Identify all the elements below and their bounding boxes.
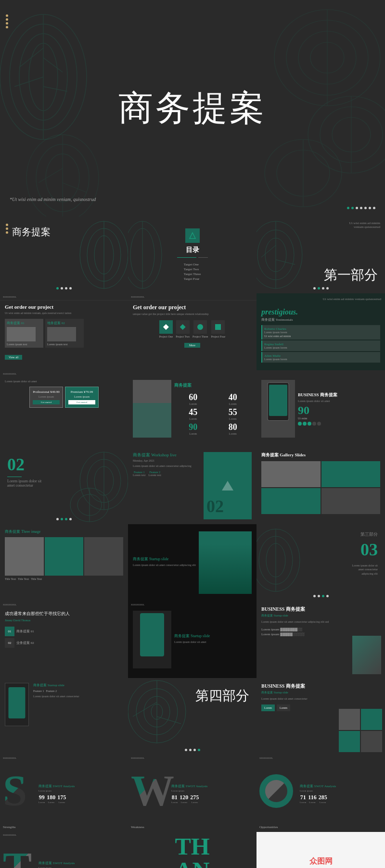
plan2-btn[interactable]: Get started [68, 400, 95, 404]
watermark-site: 众图网 [309, 856, 333, 867]
slide-21: BUSINESS 商务提案 商务提案 Startup slide Lorem i… [257, 678, 385, 755]
slide-19-content: 商务提案 Startup slide Feature 1 Feature 2 L… [0, 678, 128, 755]
slide-23-label: Weakness [131, 825, 144, 829]
slide-12-content: 商务提案 Gallery Slides [257, 447, 385, 524]
slide-26-content: TH AN KS [128, 832, 257, 868]
testimonial-2: Regina Stefell Lorem ipsum lorem [261, 340, 380, 351]
row-1: 商务提案 目录 [0, 216, 385, 293]
slide-3-dots [313, 287, 329, 289]
slide-14-content: 商务提案 Startup slide Lorem ipsum dolor sit… [128, 524, 257, 601]
hero-subtitle: *Ut wisi enim ad minim veniam, quisnostr… [10, 197, 96, 202]
slide-12: 商务提案 Gallery Slides [257, 447, 385, 524]
gold-dots-1 [6, 224, 8, 234]
slide-22-content: S 商务提案 SWOT Analysis Lorem ipsum 99 Lore… [0, 755, 128, 832]
slide-20-title: 第四部分 [195, 688, 249, 704]
slide-15: 第三部分 03 Lorem ipsum dolor sitamet consec… [257, 524, 385, 601]
target-3: Target Three [184, 272, 201, 276]
slide-17-content: 商务提案 Startup slide Lorem ipsum dolor sit… [128, 601, 257, 678]
testimonial-1: Roberto Charles Lorem ipsum lorem Ut wis… [261, 325, 380, 340]
slide-2-content: 目录 Target One Target Two Target Three Ta… [128, 216, 257, 293]
svg-line-40 [276, 260, 295, 264]
hero-title: 商务提案 [118, 89, 267, 127]
slide-6-hint: Ut wisi enim ad minim veniam quisnostrud [323, 297, 381, 301]
slide-25-swot-t: xxxxxxxxx. T 商务提案 SWOT Analysis Lorem ip… [0, 832, 128, 868]
slide-6: Ut wisi enim ad minim veniam quisnostrud… [257, 293, 385, 370]
svg-line-39 [261, 245, 276, 257]
slide-5-header: xxxxxxxxx. [128, 293, 257, 301]
slide-16: xxxxxxxxx. 成功通常来自那些忙于寻找它的人 Jimmy David T… [0, 601, 128, 678]
slide-24-header: xxxxxxxxx. [257, 755, 385, 761]
row-7: 商务提案 Startup slide Feature 1 Feature 2 L… [0, 678, 385, 755]
slide-10-dots [56, 518, 72, 520]
slide-10-number: 02 Lorem ipsum dolor sit amet consectetu… [7, 454, 41, 488]
slide-21-content: BUSINESS 商务提案 商务提案 Startup slide Lorem i… [257, 678, 385, 755]
slide-23-content: W 商务提案 SWOT Analysis Lorem ipsum 81 Lore… [128, 755, 257, 832]
slide-25-header: xxxxxxxxx. [0, 832, 128, 838]
target-2: Target Two [184, 267, 201, 271]
slide-9-content: BUSINESS 商务提案 Lorem ipsum dolor sit amet… [257, 370, 385, 447]
slide-16-content: 成功通常来自那些忙于寻找它的人 Jimmy David Thomas 01 商务… [0, 601, 128, 678]
slide-7-header: xxxxxxxxx. [0, 370, 128, 377]
slide-8: 商务提案 60 Lorem 40 Lorem 45 [128, 370, 257, 447]
slide-13: 商务提案 Three image Title Text Title Text T… [0, 524, 128, 601]
svg-point-35 [257, 221, 302, 289]
row-4: 02 Lorem ipsum dolor sit amet consectetu… [0, 447, 385, 524]
plan1-btn[interactable]: Get started [33, 400, 60, 404]
row-3: xxxxxxxxx. Lorem ipsum dolor sit amet Pr… [0, 370, 385, 447]
slide-1-dots [56, 287, 72, 289]
row-9: xxxxxxxxx. T 商务提案 SWOT Analysis Lorem ip… [0, 832, 385, 868]
slide-5: xxxxxxxxx. Get order our project unique … [128, 293, 257, 370]
row-6: xxxxxxxxx. 成功通常来自那些忙于寻找它的人 Jimmy David T… [0, 601, 385, 678]
slide-7: xxxxxxxxx. Lorem ipsum dolor sit amet Pr… [0, 370, 128, 447]
slide-22-swot-s: xxxxxxxxx. S 商务提案 SWOT Analysis Lorem ip… [0, 755, 128, 832]
slide-19: 商务提案 Startup slide Feature 1 Feature 2 L… [0, 678, 128, 755]
watermark-panel: 众图网 精品素材·每日更新 作品编号:4581819 [257, 832, 385, 868]
slide-14: 商务提案 Startup slide Lorem ipsum dolor sit… [128, 524, 257, 601]
more-btn-5[interactable]: More [184, 343, 200, 348]
slide-10: 02 Lorem ipsum dolor sit amet consectetu… [0, 447, 128, 524]
slide-18: BUSINESS 商务提案 商务提案 Startup slide Lorem i… [257, 601, 385, 678]
hero-slide: 商务提案 *Ut wisi enim ad minim veniam, quis… [0, 0, 385, 216]
slide-3-subtitle: Ut wisi enim ad minim veniam quisnostrud [349, 221, 380, 229]
target-4: Target Four [184, 277, 201, 281]
slide-7-content: Lorem ipsum dolor sit amet Professional … [0, 370, 128, 447]
slide-24-content: 商务提案 SWOT Analysis Lorem ipsum 71 Lorem … [257, 755, 385, 832]
slide-24-label: Opportunities [259, 825, 278, 829]
slide-23-swot-w: xxxxxxxxx. W 商务提案 SWOT Analysis Lorem ip… [128, 755, 257, 832]
testimonial-3: Allen Mulle Lorem ipsum lorem [261, 352, 380, 363]
slide-15-content: 第三部分 03 Lorem ipsum dolor sitamet consec… [352, 531, 378, 576]
slide-23-header: xxxxxxxxx. [128, 755, 257, 761]
slide-24-swot-o: xxxxxxxxx. 商务提案 SWOT Analysis Lorem ipsu… [257, 755, 385, 832]
slide-13-content: 商务提案 Three image Title Text Title Text T… [0, 524, 128, 601]
slide-6-content: prestigious. 商务提案 Testimonials Roberto C… [257, 293, 385, 370]
slide-16-header: xxxxxxxxx. [0, 601, 128, 608]
row-5: 商务提案 Three image Title Text Title Text T… [0, 524, 385, 601]
slide-3-title: 第一部分 [324, 266, 378, 284]
slide-5-content: Get order our project unique value get t… [128, 293, 257, 370]
slide-22-label: Strengths [3, 825, 15, 829]
slide-1: 商务提案 [0, 216, 128, 293]
row-8: xxxxxxxxx. S 商务提案 SWOT Analysis Lorem ip… [0, 755, 385, 832]
target-1: Target One [184, 263, 201, 266]
view-all-btn[interactable]: View all [5, 355, 22, 360]
slide-4-content: Get order our project Ut wisi enim ad mi… [0, 293, 128, 370]
slide-18-content: BUSINESS 商务提案 商务提案 Startup slide Lorem i… [257, 601, 385, 678]
slide-20: 第四部分 [128, 678, 257, 755]
slide-20-dots [185, 749, 200, 751]
slide-22-header: xxxxxxxxx. [0, 755, 128, 761]
slide-4: xxxxxxxxx. Get order our project Ut wisi… [0, 293, 128, 370]
slide-26-thanks: TH AN KS Lorem ipsum dolor [128, 832, 257, 868]
slide-15-dots [313, 595, 329, 597]
slide-4-header: xxxxxxxxx. [0, 293, 128, 301]
slide-1-title: 商务提案 [12, 226, 51, 238]
slide-9: BUSINESS 商务提案 Lorem ipsum dolor sit amet… [257, 370, 385, 447]
slide-2: 目录 Target One Target Two Target Three Ta… [128, 216, 257, 293]
svg-point-48 [257, 529, 300, 591]
slide-8-content: 商务提案 60 Lorem 40 Lorem 45 [128, 370, 257, 447]
slide-17: xxxxxxxxx. 商务提案 Startup slide Lorem ipsu… [128, 601, 257, 678]
slide-17-header: xxxxxxxxx. [128, 601, 257, 608]
slide-11: 商务提案 Workshop live Monday, Apr 2021 Lore… [128, 447, 257, 524]
row-2: xxxxxxxxx. Get order our project Ut wisi… [0, 293, 385, 370]
svg-marker-34 [190, 233, 195, 239]
slides-container: 商务提案 *Ut wisi enim ad minim veniam, quis… [0, 0, 385, 868]
